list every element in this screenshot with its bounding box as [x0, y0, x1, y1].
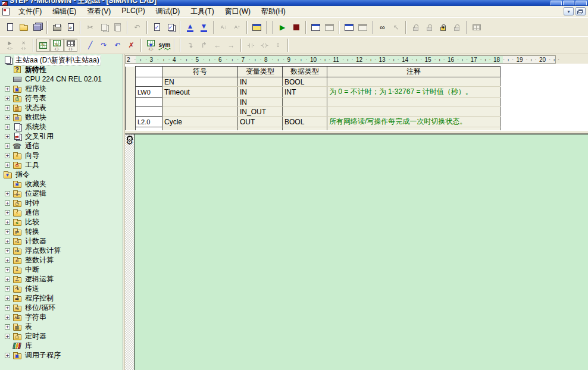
- tree-item-9[interactable]: +⇄交叉引用: [0, 131, 123, 141]
- compile-all-icon[interactable]: ✓: [164, 21, 177, 34]
- cell-vt[interactable]: IN: [238, 87, 283, 98]
- cell-addr[interactable]: L2.0: [136, 117, 162, 127]
- tree-item-30[interactable]: +◷定时器: [0, 331, 123, 341]
- tree-item-15[interactable]: +⊣⊢位逻辑: [0, 189, 123, 198]
- tree-item-1[interactable]: 主站aa (D:\新资料\主站aa): [0, 55, 123, 65]
- cell-com[interactable]: [327, 127, 501, 131]
- symbolic-addressing-icon[interactable]: ✎-( )-: [50, 39, 64, 52]
- menu-item-1[interactable]: 文件(F): [13, 5, 47, 18]
- program-status-icon[interactable]: [309, 21, 323, 34]
- cell-addr[interactable]: [136, 98, 162, 107]
- tree-item-18[interactable]: +<比较: [0, 217, 123, 227]
- expander-icon[interactable]: +: [5, 239, 10, 244]
- cell-dt[interactable]: [283, 98, 327, 107]
- expander-icon[interactable]: +: [5, 96, 10, 101]
- expander-icon[interactable]: +: [5, 248, 10, 253]
- download-icon[interactable]: ▼: [197, 21, 211, 34]
- expander-icon[interactable]: +: [5, 162, 10, 168]
- expander-icon[interactable]: +: [5, 334, 10, 339]
- maximize-button[interactable]: [563, 1, 574, 5]
- expander-icon[interactable]: +: [5, 296, 10, 301]
- expander-icon[interactable]: +: [5, 229, 10, 234]
- cell-dt[interactable]: [283, 127, 327, 131]
- expander-icon[interactable]: +: [5, 258, 10, 263]
- cell-addr[interactable]: LW0: [136, 87, 162, 98]
- menu-item-5[interactable]: 调试(D): [151, 5, 186, 18]
- print-preview-icon[interactable]: ⌕: [64, 21, 77, 34]
- cell-addr[interactable]: [136, 107, 162, 117]
- status-glasses-icon[interactable]: ∞: [376, 21, 389, 34]
- expander-icon[interactable]: +: [5, 277, 10, 282]
- tree-item-12[interactable]: +⚙工具: [0, 160, 123, 170]
- cell-sym[interactable]: EN: [162, 77, 238, 87]
- tree-item-6[interactable]: +▥状态表: [0, 103, 123, 112]
- cell-vt[interactable]: IN: [238, 77, 283, 87]
- upload-icon[interactable]: ▲: [183, 21, 197, 34]
- mdi-minimize-button[interactable]: ▾: [564, 7, 574, 15]
- tree-item-27[interactable]: +⇋移位/循环: [0, 303, 123, 312]
- cell-sym[interactable]: Timeout: [162, 87, 238, 98]
- tree-item-3[interactable]: CPU 224 CN REL 02.01: [0, 74, 123, 84]
- tree-item-22[interactable]: +±I整数计算: [0, 255, 123, 265]
- tree-item-13[interactable]: ▼指令: [0, 170, 123, 179]
- lad-canvas[interactable]: [135, 134, 588, 370]
- stop-icon[interactable]: [289, 21, 303, 34]
- tree-item-14[interactable]: ✱收藏夹: [0, 179, 123, 189]
- tree-item-25[interactable]: +↷传送: [0, 284, 123, 293]
- tree-item-32[interactable]: +▣调用子程序: [0, 350, 123, 360]
- save-all-icon[interactable]: [30, 21, 44, 34]
- cell-com[interactable]: [327, 98, 501, 107]
- expander-icon[interactable]: +: [5, 143, 10, 149]
- password-lock-icon[interactable]: ▾: [436, 21, 450, 34]
- tree-item-19[interactable]: +⇄转换: [0, 227, 123, 236]
- cell-sym[interactable]: Cycle: [162, 117, 238, 127]
- sym-toggle-icon[interactable]: sym: [158, 39, 171, 52]
- cell-com[interactable]: [327, 77, 501, 87]
- menu-item-4[interactable]: PLC(P): [116, 5, 150, 18]
- cell-vt[interactable]: [238, 127, 283, 131]
- expander-icon[interactable]: +: [5, 305, 10, 311]
- tree-item-29[interactable]: +▦表: [0, 322, 123, 331]
- tree-item-5[interactable]: +⊡符号表: [0, 93, 123, 103]
- tree-item-23[interactable]: +≡中断: [0, 265, 123, 274]
- tree-item-16[interactable]: +◷时钟: [0, 198, 123, 208]
- expander-icon[interactable]: +: [5, 324, 10, 330]
- options-icon[interactable]: [250, 21, 264, 34]
- expander-icon[interactable]: +: [5, 200, 10, 206]
- cell-com[interactable]: [327, 107, 501, 117]
- cell-dt[interactable]: BOOL: [283, 77, 327, 87]
- cell-com[interactable]: 所有网络读/写操作每完成一次时切换状态。: [327, 117, 501, 127]
- expander-icon[interactable]: +: [5, 267, 10, 272]
- cell-sym[interactable]: [162, 98, 238, 107]
- cell-sym[interactable]: [162, 127, 238, 131]
- filter-table-icon[interactable]: ▼-( )-: [144, 39, 158, 52]
- tree-item-28[interactable]: +AB字符串: [0, 312, 123, 322]
- tree-item-4[interactable]: +▣程序块: [0, 84, 123, 93]
- close-button[interactable]: [576, 1, 587, 5]
- cell-addr[interactable]: [136, 77, 162, 87]
- pou-grid-view-icon[interactable]: -( )-: [64, 39, 77, 52]
- expander-icon[interactable]: +: [5, 86, 10, 92]
- menu-item-8[interactable]: 帮助(H): [256, 5, 291, 18]
- cell-addr[interactable]: [136, 127, 162, 131]
- insert-line-icon[interactable]: ╱: [83, 39, 97, 52]
- expander-icon[interactable]: +: [5, 105, 10, 111]
- expander-icon[interactable]: +: [5, 124, 10, 130]
- tree-item-31[interactable]: 库: [0, 341, 123, 350]
- menu-item-6[interactable]: 工具(T): [185, 5, 219, 18]
- new-file-icon[interactable]: [3, 21, 17, 34]
- mdi-restore-button[interactable]: [576, 7, 586, 15]
- insert-up-icon[interactable]: ↶: [111, 39, 124, 52]
- expander-icon[interactable]: +: [5, 286, 10, 291]
- symbol-table-icon[interactable]: ✎: [36, 39, 50, 52]
- tree-item-2[interactable]: ?新特性: [0, 65, 123, 74]
- cell-vt[interactable]: IN_OUT: [238, 107, 283, 117]
- tree-item-8[interactable]: +系统块: [0, 122, 123, 131]
- run-icon[interactable]: ▶: [276, 21, 289, 34]
- cell-sym[interactable]: [162, 107, 238, 117]
- document-icon[interactable]: [2, 8, 10, 15]
- expander-icon[interactable]: +: [5, 210, 10, 215]
- expander-icon[interactable]: +: [5, 191, 10, 196]
- expander-icon[interactable]: +: [5, 353, 10, 358]
- cell-vt[interactable]: OUT: [238, 117, 283, 127]
